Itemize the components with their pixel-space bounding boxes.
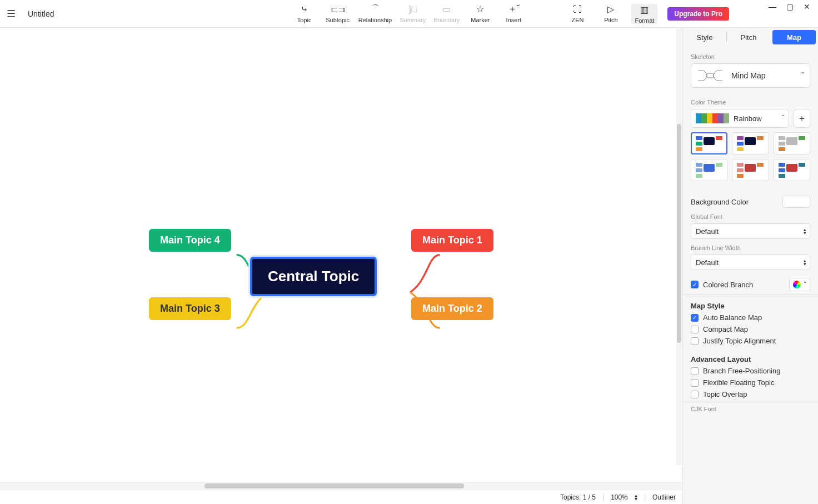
summary-label: Summary <box>400 17 426 23</box>
branch-free-checkbox[interactable] <box>691 367 699 375</box>
topic-label: Main Topic 3 <box>160 303 220 315</box>
window-close-icon[interactable]: ✕ <box>804 2 810 11</box>
skeleton-dropdown[interactable]: Mind Map ˇ <box>691 63 810 88</box>
colored-branch-label: Colored Branch <box>703 281 785 289</box>
marker-icon: ☆ <box>476 4 484 14</box>
relationship-button[interactable]: ⌒ Relationship <box>358 4 392 23</box>
rainbow-swatch <box>696 113 729 123</box>
branch-width-value: Default <box>696 258 719 267</box>
topic-node[interactable]: Main Topic 3 <box>149 297 231 320</box>
marker-label: Marker <box>471 17 490 23</box>
pitch-button[interactable]: ▷ Pitch <box>598 4 624 23</box>
zoom-stepper[interactable]: ▴▾ <box>635 494 637 501</box>
tab-style[interactable]: Style <box>683 28 726 47</box>
insert-icon: ＋ˇ <box>508 4 520 14</box>
marker-button[interactable]: ☆ Marker <box>467 4 493 23</box>
topic-node[interactable]: Main Topic 2 <box>411 297 493 320</box>
zoom-level[interactable]: 100% <box>611 493 628 501</box>
tab-map[interactable]: Map <box>772 30 816 44</box>
zen-label: ZEN <box>571 17 583 23</box>
skeleton-label: Skeleton <box>691 53 810 60</box>
global-font-value: Default <box>696 227 719 236</box>
color-theme-dropdown[interactable]: Rainbow ˇ <box>691 109 789 128</box>
central-topic-label: Central Topic <box>268 268 359 285</box>
topic-node[interactable]: Main Topic 1 <box>411 229 493 252</box>
topic-label: Main Topic 2 <box>422 303 482 315</box>
svg-rect-0 <box>707 73 714 78</box>
horizontal-scrollbar[interactable] <box>0 482 682 490</box>
zen-icon: ⛶ <box>573 4 582 14</box>
colored-branch-checkbox[interactable]: ✓ <box>691 281 699 288</box>
vertical-scrollbar[interactable] <box>676 28 682 465</box>
map-style-title: Map Style <box>691 302 810 310</box>
background-color-well[interactable] <box>782 196 810 208</box>
topic-button[interactable]: ⤷ Topic <box>292 4 317 23</box>
justify-alignment-label: Justify Topic Alignment <box>703 337 776 345</box>
pitch-label: Pitch <box>604 17 617 23</box>
topic-label: Topic <box>297 17 312 23</box>
theme-preset[interactable] <box>732 132 769 154</box>
topic-label: Main Topic 1 <box>422 234 482 246</box>
skeleton-preview-icon <box>695 66 726 85</box>
boundary-button: ▭ Boundary <box>433 4 460 23</box>
subtopic-label: Subtopic <box>326 17 350 23</box>
outliner-tab[interactable]: Outliner <box>652 493 676 501</box>
format-icon: ▥ <box>640 5 649 15</box>
skeleton-value: Mind Map <box>731 71 796 80</box>
theme-preset[interactable] <box>774 159 810 181</box>
pitch-icon: ▷ <box>607 4 614 14</box>
advanced-layout-title: Advanced Layout <box>691 355 810 363</box>
format-label: Format <box>635 17 654 24</box>
subtopic-button[interactable]: ⊏⊐ Subtopic <box>325 4 351 23</box>
summary-icon: }□ <box>408 4 417 14</box>
window-maximize-icon[interactable]: ▢ <box>786 2 794 11</box>
subtopic-icon: ⊏⊐ <box>331 4 345 14</box>
document-title: Untitled <box>23 9 54 18</box>
insert-button[interactable]: ＋ˇ Insert <box>501 4 526 23</box>
cjk-font-label: CJK Font <box>691 406 810 412</box>
compact-map-checkbox[interactable] <box>691 326 699 333</box>
central-topic[interactable]: Central Topic <box>250 257 377 296</box>
flexible-floating-label: Flexible Floating Topic <box>703 378 774 387</box>
color-wheel-icon <box>793 281 801 288</box>
zen-button[interactable]: ⛶ ZEN <box>565 4 590 23</box>
flexible-floating-checkbox[interactable] <box>691 379 699 387</box>
stepper-icon: ▴▾ <box>804 259 806 266</box>
color-theme-value: Rainbow <box>734 114 777 123</box>
menu-icon[interactable]: ☰ <box>7 8 16 20</box>
color-theme-label: Color Theme <box>691 99 810 106</box>
global-font-label: Global Font <box>691 213 810 220</box>
boundary-icon: ▭ <box>442 4 451 14</box>
stepper-icon: ▴▾ <box>804 228 806 234</box>
summary-button: }□ Summary <box>400 4 426 23</box>
topic-overlap-checkbox[interactable] <box>691 391 699 398</box>
branch-free-label: Branch Free-Positioning <box>703 367 780 375</box>
theme-preset[interactable] <box>691 132 727 154</box>
theme-preset[interactable] <box>774 132 810 154</box>
branch-width-select[interactable]: Default ▴▾ <box>691 255 810 270</box>
justify-alignment-checkbox[interactable] <box>691 337 699 345</box>
tab-pitch[interactable]: Pitch <box>727 28 770 47</box>
branch-color-picker[interactable]: ˇ <box>789 278 810 291</box>
chevron-down-icon: ˇ <box>782 114 784 122</box>
mindmap-canvas[interactable]: Central Topic Main Topic 1 Main Topic 2 … <box>0 28 682 482</box>
global-font-select[interactable]: Default ▴▾ <box>691 223 810 239</box>
branch-width-label: Branch Line Width <box>691 244 810 251</box>
theme-preset[interactable] <box>691 159 727 181</box>
background-color-label: Background Color <box>691 198 778 206</box>
chevron-down-icon: ˇ <box>802 72 804 79</box>
relationship-icon: ⌒ <box>371 4 380 14</box>
upgrade-button[interactable]: Upgrade to Pro <box>667 7 729 21</box>
window-minimize-icon[interactable]: — <box>769 2 776 11</box>
topic-overlap-label: Topic Overlap <box>703 390 747 398</box>
boundary-label: Boundary <box>433 17 460 23</box>
chevron-down-icon: ˇ <box>804 281 806 289</box>
format-button[interactable]: ▥ Format <box>631 4 657 24</box>
relationship-label: Relationship <box>358 17 392 23</box>
topic-node[interactable]: Main Topic 4 <box>149 229 231 252</box>
auto-balance-checkbox[interactable]: ✓ <box>691 314 699 322</box>
add-theme-button[interactable]: ＋ <box>794 109 810 128</box>
theme-preset[interactable] <box>732 159 769 181</box>
auto-balance-label: Auto Balance Map <box>703 313 762 322</box>
topic-label: Main Topic 4 <box>160 234 220 246</box>
